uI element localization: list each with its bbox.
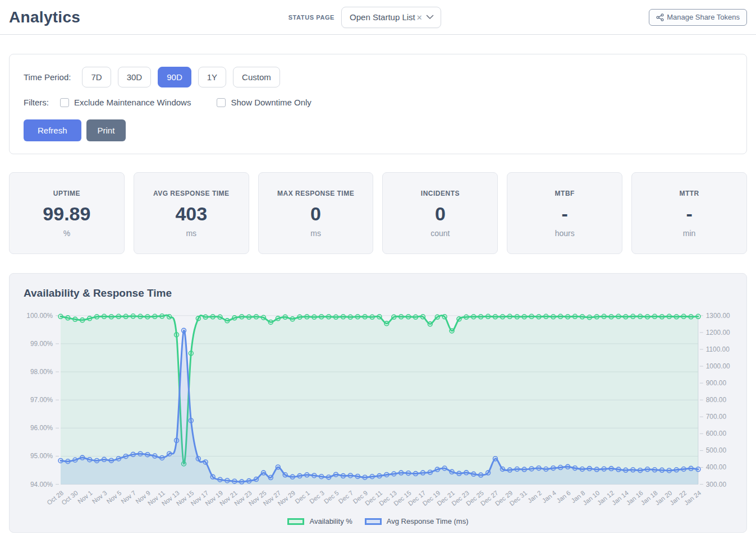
stat-value: 403 bbox=[134, 204, 249, 223]
status-page-label: STATUS PAGE bbox=[288, 14, 335, 21]
page-header: Analytics STATUS PAGE Open Startup List … bbox=[0, 0, 756, 35]
manage-share-tokens-button[interactable]: Manage Share Tokens bbox=[649, 9, 747, 26]
stat-unit: % bbox=[10, 229, 124, 238]
show-downtime-label: Show Downtime Only bbox=[231, 98, 311, 107]
left-axis-tick: 96.00% bbox=[30, 424, 53, 432]
manage-share-tokens-label: Manage Share Tokens bbox=[667, 13, 740, 21]
filters-row: Filters: Exclude Maintenance Windows Sho… bbox=[24, 98, 732, 107]
right-axis-tick: 600.00 bbox=[706, 430, 727, 437]
response-time-swatch-icon bbox=[365, 518, 382, 525]
stat-card-uptime: UPTIME 99.89 % bbox=[9, 172, 125, 254]
x-axis-tick: Dec 7 bbox=[337, 490, 355, 505]
show-downtime-checkbox[interactable]: Show Downtime Only bbox=[217, 98, 311, 107]
stat-value: 0 bbox=[383, 204, 497, 223]
x-axis-tick: Nov 7 bbox=[120, 490, 137, 505]
actions-row: Refresh Print bbox=[24, 119, 732, 141]
legend-availability[interactable]: Availability % bbox=[287, 517, 352, 525]
stat-value: - bbox=[507, 204, 622, 223]
right-axis-tick: 400.00 bbox=[706, 463, 727, 471]
status-page-select[interactable]: Open Startup List ✕ bbox=[341, 7, 441, 28]
right-axis-tick: 1300.00 bbox=[706, 312, 730, 320]
availability-response-chart[interactable]: 100.00%99.00%98.00%97.00%96.00%95.00%94.… bbox=[10, 305, 747, 516]
filters-label: Filters: bbox=[24, 98, 49, 107]
stat-card-incidents: INCIDENTS 0 count bbox=[382, 172, 498, 254]
page-title: Analytics bbox=[9, 8, 80, 26]
right-axis-tick: 900.00 bbox=[706, 379, 727, 387]
x-axis-tick: Jan 2 bbox=[526, 490, 543, 505]
time-period-row: Time Period: 7D 30D 90D 1Y Custom bbox=[24, 67, 732, 87]
legend-availability-label: Availability % bbox=[309, 517, 352, 525]
x-axis-tick: Nov 5 bbox=[106, 490, 123, 505]
stat-label: MAX RESPONSE TIME bbox=[259, 190, 373, 197]
stat-value: 0 bbox=[259, 204, 373, 223]
right-axis-tick: 300.00 bbox=[706, 481, 727, 488]
filter-panel: Time Period: 7D 30D 90D 1Y Custom Filter… bbox=[9, 54, 747, 154]
status-page-selected-value: Open Startup List bbox=[350, 12, 415, 22]
x-axis-tick: Dec 1 bbox=[294, 490, 311, 505]
stat-label: AVG RESPONSE TIME bbox=[134, 190, 249, 197]
stat-unit: hours bbox=[507, 229, 622, 238]
chevron-down-icon bbox=[426, 15, 434, 20]
stat-unit: min bbox=[632, 229, 746, 238]
right-axis-tick: 700.00 bbox=[706, 413, 727, 421]
chart-legend: Availability % Avg Response Time (ms) bbox=[10, 517, 746, 525]
right-axis-tick: 500.00 bbox=[706, 446, 727, 454]
share-icon bbox=[656, 13, 664, 21]
right-axis-tick: 1100.00 bbox=[706, 345, 730, 353]
x-axis-tick: Jan 24 bbox=[683, 490, 702, 506]
checkbox-icon bbox=[217, 98, 226, 107]
x-axis-tick: Dec 3 bbox=[308, 490, 326, 505]
time-period-custom-button[interactable]: Custom bbox=[233, 67, 280, 87]
status-page-selector: STATUS PAGE Open Startup List ✕ bbox=[288, 7, 441, 28]
left-axis-tick: 100.00% bbox=[26, 312, 53, 320]
time-period-1y-button[interactable]: 1Y bbox=[198, 67, 226, 87]
refresh-button[interactable]: Refresh bbox=[24, 119, 81, 141]
exclude-maintenance-label: Exclude Maintenance Windows bbox=[74, 98, 191, 107]
print-button[interactable]: Print bbox=[86, 119, 126, 141]
stat-label: MTBF bbox=[507, 190, 622, 197]
availability-swatch-icon bbox=[287, 518, 304, 525]
legend-response-time[interactable]: Avg Response Time (ms) bbox=[365, 517, 469, 525]
time-period-label: Time Period: bbox=[24, 72, 71, 82]
stat-unit: ms bbox=[259, 229, 373, 238]
right-axis-tick: 1000.00 bbox=[706, 362, 730, 370]
left-axis-tick: 95.00% bbox=[30, 452, 53, 460]
stats-row: UPTIME 99.89 % AVG RESPONSE TIME 403 ms … bbox=[9, 172, 747, 254]
stat-label: UPTIME bbox=[10, 190, 124, 197]
x-axis-tick: Nov 1 bbox=[76, 490, 94, 505]
time-period-7d-button[interactable]: 7D bbox=[82, 67, 111, 87]
time-period-90d-button[interactable]: 90D bbox=[158, 67, 191, 87]
right-axis-tick: 1200.00 bbox=[706, 329, 730, 336]
time-period-30d-button[interactable]: 30D bbox=[118, 67, 152, 87]
chart-title: Availability & Response Time bbox=[24, 287, 746, 299]
stat-card-mttr: MTTR - min bbox=[631, 172, 747, 254]
stat-unit: ms bbox=[134, 229, 249, 238]
left-axis-tick: 98.00% bbox=[30, 368, 53, 376]
legend-response-time-label: Avg Response Time (ms) bbox=[387, 517, 469, 525]
stat-card-mtbf: MTBF - hours bbox=[507, 172, 622, 254]
stat-value: 99.89 bbox=[10, 204, 124, 223]
stat-value: - bbox=[632, 204, 746, 223]
stat-label: MTTR bbox=[632, 190, 746, 197]
exclude-maintenance-checkbox[interactable]: Exclude Maintenance Windows bbox=[60, 98, 191, 107]
stat-unit: count bbox=[383, 229, 497, 238]
left-axis-tick: 99.00% bbox=[30, 340, 53, 348]
right-axis-tick: 800.00 bbox=[706, 396, 727, 404]
stat-label: INCIDENTS bbox=[383, 190, 497, 197]
chart-panel: Availability & Response Time 100.00%99.0… bbox=[9, 273, 747, 533]
x-axis-tick: Jan 4 bbox=[541, 490, 557, 505]
x-axis-tick: Oct 30 bbox=[60, 490, 79, 506]
left-axis-tick: 97.00% bbox=[30, 396, 53, 404]
stat-card-avg-response-time: AVG RESPONSE TIME 403 ms bbox=[134, 172, 249, 254]
clear-selection-icon[interactable]: ✕ bbox=[416, 13, 423, 22]
x-axis-tick: Dec 5 bbox=[323, 490, 340, 505]
stat-card-max-response-time: MAX RESPONSE TIME 0 ms bbox=[258, 172, 374, 254]
left-axis-tick: 94.00% bbox=[30, 481, 53, 488]
x-axis-tick: Nov 3 bbox=[91, 490, 108, 505]
checkbox-icon bbox=[60, 98, 69, 107]
x-axis-tick: Jan 6 bbox=[555, 490, 571, 505]
